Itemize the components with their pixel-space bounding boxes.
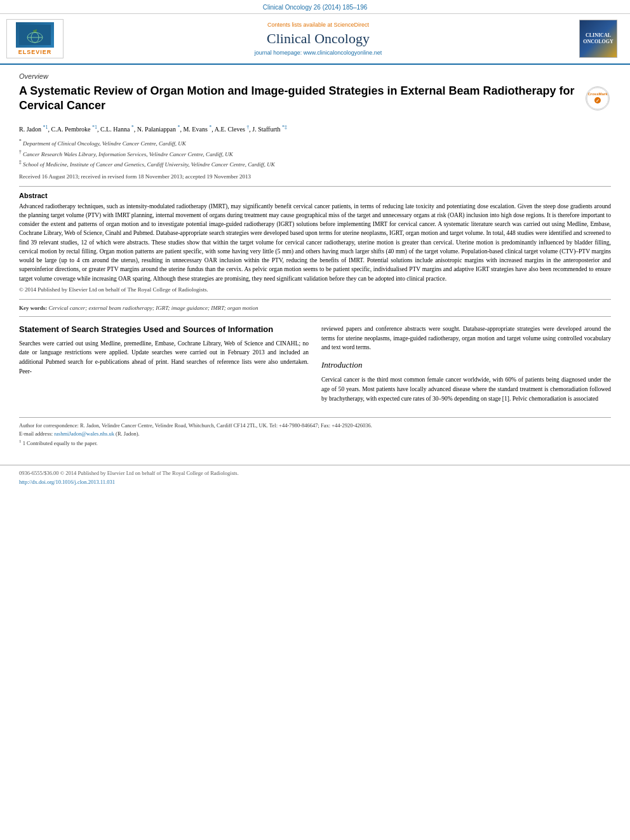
footnote-email: E-mail address: rashmiJadon@wales.nhs.uk… xyxy=(19,430,611,438)
section2-paragraph: Cervical cancer is the third most common… xyxy=(321,375,611,403)
elsevier-logo-image: 🌿 xyxy=(16,22,54,48)
journal-header: 🌿 ELSEVIER Contents lists available at S… xyxy=(0,14,630,65)
divider-2 xyxy=(19,299,611,300)
doi-line: http://dx.doi.org/10.1016/j.clon.2013.11… xyxy=(19,478,611,487)
continuation-text: reviewed papers and conference abstracts… xyxy=(321,324,611,352)
divider-1 xyxy=(19,186,611,187)
crossmark-badge: CrossMark ✓ xyxy=(586,86,611,112)
bottom-bar: 0936-6555/$36.00 © 2014 Published by Els… xyxy=(0,465,630,486)
journal-header-center: Contents lists available at ScienceDirec… xyxy=(69,19,568,58)
article-title: A Systematic Review of Organ Motion and … xyxy=(19,84,579,114)
body-columns: Statement of Search Strategies Used and … xyxy=(19,324,611,407)
keywords-label: Key words: xyxy=(19,305,47,311)
section1-heading: Statement of Search Strategies Used and … xyxy=(19,324,309,335)
section1-paragraph: Searches were carried out using Medline,… xyxy=(19,339,309,377)
svg-text:CrossMark: CrossMark xyxy=(587,92,608,96)
abstract-section: Abstract Advanced radiotherapy technique… xyxy=(19,192,611,293)
divider-3 xyxy=(19,316,611,317)
authors-line: R. Jadon *1, C.A. Pembroke *1, C.L. Hann… xyxy=(19,124,611,134)
main-content: Overview A Systematic Review of Organ Mo… xyxy=(0,65,630,455)
footnote-section: Author for correspondence: R. Jadon, Vel… xyxy=(19,417,611,447)
section-label: Overview xyxy=(19,72,611,80)
copyright-line: © 2014 Published by Elsevier Ltd on beha… xyxy=(19,286,611,293)
email-link[interactable]: rashmiJadon@wales.nhs.uk xyxy=(54,430,114,437)
received-line: Received 16 August 2013; received in rev… xyxy=(19,173,611,180)
doi-url[interactable]: http://dx.doi.org/10.1016/j.clon.2013.11… xyxy=(19,479,115,485)
journal-citation-bar: Clinical Oncology 26 (2014) 185–196 xyxy=(0,0,630,14)
crossmark-icon: CrossMark ✓ xyxy=(586,86,610,110)
section2-heading: Introduction xyxy=(321,359,611,371)
footnote-contributed: 1 1 Contributed equally to the paper. xyxy=(19,438,611,448)
svg-rect-0 xyxy=(19,25,51,45)
journal-logo-right: CLINICALONCOLOGY xyxy=(573,19,624,58)
journal-title: Clinical Oncology xyxy=(267,30,370,47)
issn-line: 0936-6555/$36.00 © 2014 Published by Els… xyxy=(19,469,611,478)
elsevier-logo: 🌿 ELSEVIER xyxy=(6,19,64,58)
sciencedirect-label: ScienceDirect xyxy=(334,22,370,28)
journal-homepage: journal homepage: www.clinicaloncologyon… xyxy=(255,50,382,56)
affiliations: * Department of Clinical Oncology, Velin… xyxy=(19,138,611,170)
keywords-line: Key words: Cervical cancer; external bea… xyxy=(19,305,611,311)
svg-text:✓: ✓ xyxy=(596,98,600,103)
abstract-title: Abstract xyxy=(19,192,611,199)
keywords-text: Cervical cancer; external beam radiother… xyxy=(49,305,258,311)
journal-citation-text: Clinical Oncology 26 (2014) 185–196 xyxy=(263,4,368,11)
footnote-correspondence: Author for correspondence: R. Jadon, Vel… xyxy=(19,422,611,430)
homepage-url: www.clinicaloncologyonline.net xyxy=(304,50,382,56)
journal-logo-image: CLINICALONCOLOGY xyxy=(579,20,617,58)
abstract-text: Advanced radiotherapy techniques, such a… xyxy=(19,202,611,283)
left-column: Statement of Search Strategies Used and … xyxy=(19,324,309,407)
right-column: reviewed papers and conference abstracts… xyxy=(321,324,611,407)
sciencedirect-line: Contents lists available at ScienceDirec… xyxy=(267,22,369,28)
elsevier-wordmark: ELSEVIER xyxy=(18,49,52,55)
